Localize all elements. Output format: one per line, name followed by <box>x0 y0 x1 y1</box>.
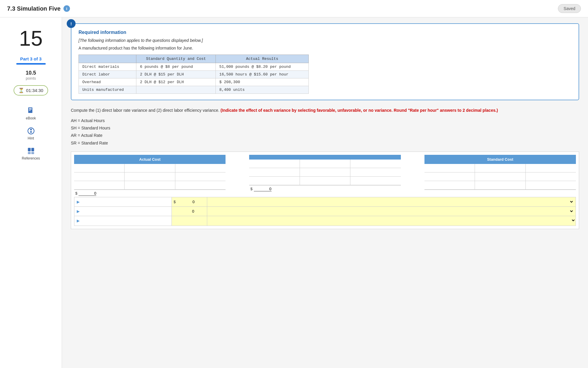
top-bar: 7.3 Simulation Five i Saved <box>0 0 588 17</box>
middle-cell-2b[interactable] <box>300 168 350 176</box>
result-dropdown-3[interactable]: Favorable Unfavorable No variance <box>207 216 576 225</box>
actual-input-3c[interactable] <box>175 181 226 189</box>
table-cell-row0-col2: 51,000 pounds @ $8.20 per pound <box>216 63 309 71</box>
result-blank-3: Favorable Unfavorable No variance <box>207 216 576 226</box>
hint-label: Hint <box>28 136 34 140</box>
standard-input-1c[interactable] <box>526 164 576 172</box>
middle-input-2a[interactable] <box>249 168 299 176</box>
part-progress-bar <box>16 63 46 65</box>
actual-cell-3c[interactable] <box>175 181 226 189</box>
standard-row-2 <box>424 172 576 181</box>
result-value-2[interactable] <box>172 207 207 216</box>
standard-cell-2a[interactable] <box>424 172 475 181</box>
table-cell-row1-col2: 16,500 hours @ $15.60 per hour <box>216 71 309 78</box>
table-cell-row0-col1: 6 pounds @ $8 per pound <box>136 63 216 71</box>
standard-input-2a[interactable] <box>424 172 475 181</box>
standard-cell-1a[interactable] <box>424 164 475 172</box>
actual-cell-3a[interactable] <box>74 181 125 189</box>
standard-cell-1c[interactable] <box>526 164 576 172</box>
result-label-3: ▶ <box>74 216 172 226</box>
middle-cell-3a[interactable] <box>249 177 300 185</box>
standard-input-3b[interactable] <box>475 181 525 189</box>
result-select-2[interactable]: Favorable Unfavorable No variance <box>207 207 576 216</box>
actual-cell-3b[interactable] <box>125 181 175 189</box>
actual-total-input[interactable] <box>79 191 96 196</box>
result-dropdown-1[interactable]: Favorable Unfavorable No variance <box>209 199 574 204</box>
middle-inputs <box>249 160 401 185</box>
standard-input-3c[interactable] <box>526 181 576 189</box>
standard-cell-3b[interactable] <box>475 181 525 189</box>
result-select-1[interactable]: Favorable Unfavorable No variance <box>207 197 576 206</box>
standard-input-2b[interactable] <box>475 172 525 181</box>
middle-input-3a[interactable] <box>249 177 299 185</box>
standard-cell-2c[interactable] <box>526 172 576 181</box>
question-main: Compute the (1) direct labor rate varian… <box>71 108 219 113</box>
middle-input-2b[interactable] <box>300 168 350 176</box>
hint-button[interactable]: Hint <box>27 127 35 140</box>
result-input-2[interactable] <box>174 209 194 213</box>
references-button[interactable]: References <box>22 147 40 160</box>
standard-input-2c[interactable] <box>526 172 576 181</box>
middle-row-3 <box>249 177 401 185</box>
standard-cost-header: Standard Cost <box>424 155 576 164</box>
middle-input-2c[interactable] <box>350 168 401 176</box>
actual-cell-2c[interactable] <box>175 172 226 181</box>
standard-cell-2b[interactable] <box>475 172 525 181</box>
info-icon[interactable]: i <box>63 5 70 12</box>
actual-input-1a[interactable] <box>74 164 124 172</box>
actual-input-1c[interactable] <box>175 164 226 172</box>
result-dropdown-2[interactable]: Favorable Unfavorable No variance <box>209 209 574 214</box>
table-cell-row0-col0: Direct materials <box>79 63 136 71</box>
middle-input-1a[interactable] <box>249 160 299 168</box>
middle-input-3b[interactable] <box>300 177 350 185</box>
result-input-3[interactable] <box>174 218 194 223</box>
result-value-3[interactable] <box>172 216 207 226</box>
actual-input-1b[interactable] <box>125 164 175 172</box>
actual-total-row: $ <box>74 190 226 197</box>
middle-total-input[interactable] <box>254 187 272 191</box>
actual-cell-1c[interactable] <box>175 164 226 172</box>
result-section: ▶ $ Favorable Unfavorable No variance <box>74 197 576 226</box>
result-arrow-1: ▶ <box>77 200 80 204</box>
saved-button[interactable]: Saved <box>558 4 581 13</box>
table-header-1: Standard Quantity and Cost <box>136 55 216 63</box>
middle-cell-1b[interactable] <box>300 160 350 168</box>
actual-input-2b[interactable] <box>125 172 175 181</box>
references-icon <box>27 147 35 155</box>
table-cell-row1-col1: 2 DLH @ $15 per DLH <box>136 71 216 78</box>
middle-input-3c[interactable] <box>350 177 401 185</box>
result-row-3: ▶ Favorable Unfavorable No variance <box>74 216 576 226</box>
ebook-button[interactable]: eBook <box>26 107 36 120</box>
standard-input-1b[interactable] <box>475 164 525 172</box>
middle-input-1c[interactable] <box>350 160 401 168</box>
standard-cell-3c[interactable] <box>526 181 576 189</box>
middle-cell-2c[interactable] <box>350 168 401 176</box>
standard-cell-3a[interactable] <box>424 181 475 189</box>
result-value-1[interactable]: $ <box>172 197 207 206</box>
actual-input-3a[interactable] <box>74 181 124 189</box>
actual-input-3b[interactable] <box>125 181 175 189</box>
actual-input-2c[interactable] <box>175 172 226 181</box>
separator-1 <box>226 155 249 157</box>
middle-cell-1a[interactable] <box>249 160 300 168</box>
middle-dollar: $ <box>250 187 252 191</box>
result-input-1[interactable] <box>177 200 195 204</box>
actual-cell-1b[interactable] <box>125 164 175 172</box>
middle-cell-3b[interactable] <box>300 177 350 185</box>
actual-cell-2b[interactable] <box>125 172 175 181</box>
middle-cell-3c[interactable] <box>350 177 401 185</box>
result-row-1: ▶ $ Favorable Unfavorable No variance <box>74 197 576 207</box>
standard-input-3a[interactable] <box>424 181 475 189</box>
middle-cell-1c[interactable] <box>350 160 401 168</box>
abbreviation-list: AH = Actual Hours SH = Standard Hours AR… <box>71 117 579 147</box>
actual-cell-2a[interactable] <box>74 172 125 181</box>
middle-input-1b[interactable] <box>300 160 350 168</box>
actual-cost-inputs <box>74 164 226 190</box>
standard-cell-1b[interactable] <box>475 164 525 172</box>
result-dollar-1: $ <box>174 200 176 204</box>
table-cell-row3-col0: Units manufactured <box>79 86 136 94</box>
actual-input-2a[interactable] <box>74 172 124 181</box>
actual-cell-1a[interactable] <box>74 164 125 172</box>
middle-cell-2a[interactable] <box>249 168 300 176</box>
standard-input-1a[interactable] <box>424 164 475 172</box>
